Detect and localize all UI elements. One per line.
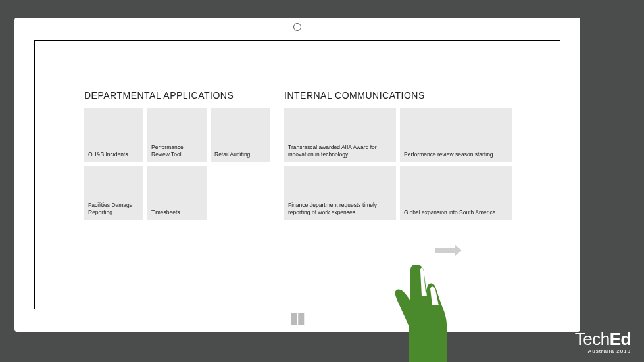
windows-icon <box>298 319 304 325</box>
tile-label: Timesheets <box>151 209 180 216</box>
windows-icon <box>291 319 297 325</box>
camera-icon <box>293 23 301 31</box>
windows-icon <box>298 313 304 319</box>
section-title: INTERNAL COMMUNICATIONS <box>284 90 512 101</box>
windows-button[interactable] <box>291 313 304 326</box>
tile-comm-review-season[interactable]: Performance review season starting. <box>400 108 512 162</box>
tile-comm-expansion[interactable]: Global expansion into South America. <box>400 166 512 220</box>
content-area: DEPARTMENTAL APPLICATIONS OH&S Incidents… <box>84 90 560 220</box>
tile-retail-auditing[interactable]: Retail Auditing <box>211 108 270 162</box>
tile-label: Performance review season starting. <box>404 151 495 158</box>
tile-label: Global expansion into South America. <box>404 209 497 216</box>
tile-label: Performance Review Tool <box>151 144 203 158</box>
tile-facilities-damage[interactable]: Facilities Damage Reporting <box>84 166 143 220</box>
section-departmental: DEPARTMENTAL APPLICATIONS OH&S Incidents… <box>84 90 270 220</box>
windows-icon <box>291 313 297 319</box>
tile-label: Facilities Damage Reporting <box>88 202 139 216</box>
tile-comm-finance[interactable]: Finance department requests timely repor… <box>284 166 396 220</box>
section-title: DEPARTMENTAL APPLICATIONS <box>84 90 270 101</box>
tile-label: OH&S Incidents <box>88 151 128 158</box>
swipe-arrow-icon <box>435 248 457 253</box>
tile-comm-award[interactable]: Transrascal awarded AIIA Award for innov… <box>284 108 396 162</box>
tablet-device: DEPARTMENTAL APPLICATIONS OH&S Incidents… <box>14 18 580 332</box>
tile-label: Retail Auditing <box>214 151 250 158</box>
tile-label: Finance department requests timely repor… <box>288 202 392 216</box>
tile-timesheets[interactable]: Timesheets <box>147 166 207 220</box>
tile-label: Transrascal awarded AIIA Award for innov… <box>288 144 392 158</box>
brand-name: TechEd <box>575 329 631 350</box>
section-communications: INTERNAL COMMUNICATIONS Transrascal awar… <box>284 90 512 220</box>
screen: DEPARTMENTAL APPLICATIONS OH&S Incidents… <box>34 40 560 309</box>
tile-ohs-incidents[interactable]: OH&S Incidents <box>84 108 143 162</box>
brand-logo: TechEd Australia 2013 <box>575 329 631 354</box>
tile-performance-review[interactable]: Performance Review Tool <box>147 108 207 162</box>
